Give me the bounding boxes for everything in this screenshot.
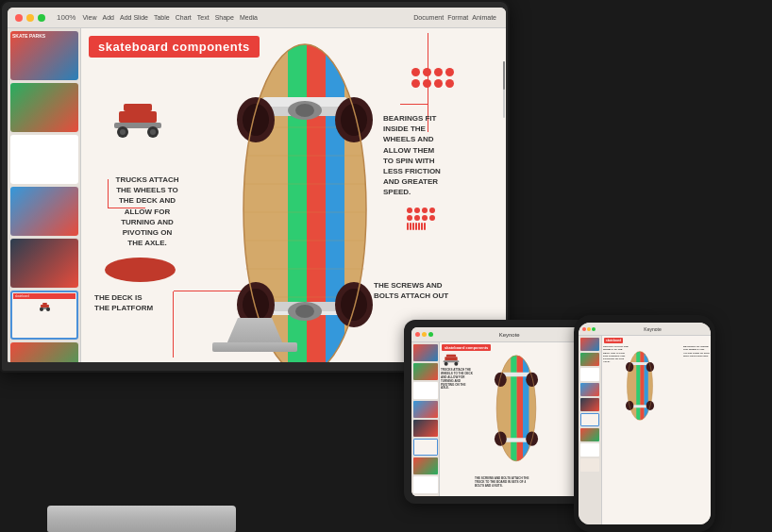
- tablet-thumb-5[interactable]: [413, 420, 438, 437]
- toolbar-add[interactable]: Add: [103, 14, 114, 21]
- deck-line-v: [173, 291, 174, 357]
- bearings-line-v2: [428, 33, 428, 104]
- screw-line-6: [421, 223, 423, 230]
- svg-rect-46: [503, 373, 530, 376]
- slide-thumbnail-5[interactable]: [10, 239, 78, 288]
- phone-thumb-9[interactable]: [580, 458, 599, 472]
- screw-dot-4: [429, 208, 435, 213]
- bearing-dot-7: [434, 79, 443, 88]
- phone-thumb-2[interactable]: [580, 353, 599, 366]
- svg-rect-53: [446, 355, 456, 357]
- toolbar-animate[interactable]: Animate: [472, 14, 496, 21]
- deck-annotation: THE DECK ISTHE PLATFORM: [94, 292, 153, 313]
- toolbar-action[interactable]: View: [82, 14, 96, 21]
- phone-bezel: Keynote skateboard: [574, 315, 715, 532]
- phone-trucks-text: TRUCKS ATTACH THE WHEELS TO THE DECK AND…: [603, 345, 629, 364]
- phone-thumb-6-active[interactable]: [580, 413, 599, 426]
- toolbar-table[interactable]: Table: [154, 14, 170, 21]
- svg-rect-0: [42, 303, 47, 305]
- svg-point-35: [243, 289, 269, 321]
- svg-rect-5: [124, 104, 152, 111]
- toolbar-text[interactable]: Text: [197, 14, 210, 21]
- svg-rect-66: [631, 405, 649, 407]
- svg-point-48: [527, 373, 539, 387]
- svg-point-57: [454, 362, 458, 366]
- svg-rect-1: [41, 305, 49, 308]
- minimize-button[interactable]: [26, 14, 34, 22]
- slide-thumbnail-3[interactable]: [10, 135, 78, 184]
- maximize-button[interactable]: [38, 14, 45, 22]
- tablet-thumb-3[interactable]: [413, 382, 438, 399]
- svg-point-56: [445, 362, 448, 366]
- slide-thumbnail-2[interactable]: [10, 83, 78, 132]
- close-button[interactable]: [15, 14, 23, 22]
- tablet-slide-panel: [411, 342, 440, 496]
- toolbar-format[interactable]: Format: [447, 14, 468, 21]
- toolbar-media[interactable]: Media: [240, 14, 258, 21]
- svg-point-39: [295, 305, 314, 318]
- phone: Keynote skateboard: [574, 315, 715, 532]
- tablet-slide-title: skateboard components: [442, 344, 491, 351]
- phone-thumb-7[interactable]: [580, 428, 599, 441]
- tablet-thumb-8[interactable]: [413, 476, 438, 493]
- slide-thumbnail-1[interactable]: SKATE PARKS: [10, 31, 78, 80]
- tablet-thumb-1[interactable]: [413, 344, 438, 361]
- phone-thumb-5[interactable]: [580, 398, 599, 411]
- phone-thumb-1[interactable]: [580, 338, 599, 351]
- screw-line-5: [418, 223, 420, 230]
- phone-thumb-8[interactable]: [580, 443, 599, 457]
- svg-rect-6: [119, 111, 157, 123]
- tablet-thumb-6-active[interactable]: [413, 439, 438, 456]
- svg-point-37: [341, 289, 367, 321]
- phone-main-slide: skateboard: [602, 336, 711, 524]
- phone-header: Keynote: [579, 323, 711, 336]
- svg-point-51: [527, 431, 539, 445]
- bearing-dot-4: [445, 68, 454, 76]
- svg-rect-45: [523, 352, 529, 465]
- svg-point-64: [626, 362, 633, 372]
- traffic-lights: [15, 14, 45, 22]
- screw-line-7: [424, 223, 426, 230]
- toolbar-chart[interactable]: Chart: [176, 14, 192, 21]
- svg-rect-63: [631, 362, 649, 365]
- deck-shape: [105, 258, 176, 282]
- tablet-thumb-2[interactable]: [413, 363, 438, 380]
- svg-point-67: [626, 401, 633, 410]
- bearing-dot-3: [434, 68, 443, 76]
- toolbar-document[interactable]: Document: [413, 14, 444, 21]
- toolbar-addslide[interactable]: Add Slide: [120, 14, 148, 21]
- skateboard-svg: [192, 33, 418, 362]
- svg-rect-44: [517, 352, 523, 465]
- tablet-app-name: Keynote: [437, 332, 581, 338]
- toolbar-shape[interactable]: Shape: [215, 14, 234, 21]
- phone-thumb-4[interactable]: [580, 383, 599, 396]
- zoom-level: 100%: [57, 13, 76, 22]
- svg-rect-43: [512, 352, 517, 465]
- svg-point-50: [495, 431, 507, 445]
- tablet-thumb-7[interactable]: [413, 457, 438, 474]
- phone-thumb-3[interactable]: [580, 368, 599, 381]
- slide-thumbnail-4[interactable]: [10, 187, 78, 236]
- svg-point-31: [295, 104, 314, 117]
- svg-rect-49: [503, 438, 530, 441]
- svg-point-68: [646, 401, 654, 410]
- tablet-skateboard-svg: [478, 352, 554, 465]
- svg-point-4: [46, 308, 50, 311]
- tablet-thumb-9[interactable]: [413, 495, 438, 496]
- truck-diagram: [109, 96, 166, 142]
- phone-app-name: Keynote: [598, 326, 707, 332]
- content-area: SKATE PARKS skateboard: [8, 28, 506, 362]
- svg-point-65: [646, 362, 654, 372]
- monitor-screen: 100% View Add Add Slide Table Chart Text…: [8, 8, 506, 362]
- monitor-bezel: 100% View Add Add Slide Table Chart Text…: [0, 0, 510, 373]
- slide-thumbnail-6-active[interactable]: skateboard: [10, 291, 78, 340]
- trucks-annotation: TRUCKS ATTACHTHE WHEELS TOTHE DECK ANDAL…: [91, 175, 204, 248]
- phone-bearings-text: BEARINGS FIT INSIDE THE WHEELS AND ALLOW…: [683, 345, 710, 357]
- svg-rect-62: [645, 349, 648, 423]
- screw-dot-7: [422, 215, 428, 221]
- slide-thumbnail-7[interactable]: [10, 342, 78, 362]
- scroll-indicator[interactable]: [503, 61, 505, 118]
- svg-point-3: [40, 308, 43, 311]
- tablet-thumb-4[interactable]: [413, 401, 438, 418]
- monitor-base: [212, 342, 297, 352]
